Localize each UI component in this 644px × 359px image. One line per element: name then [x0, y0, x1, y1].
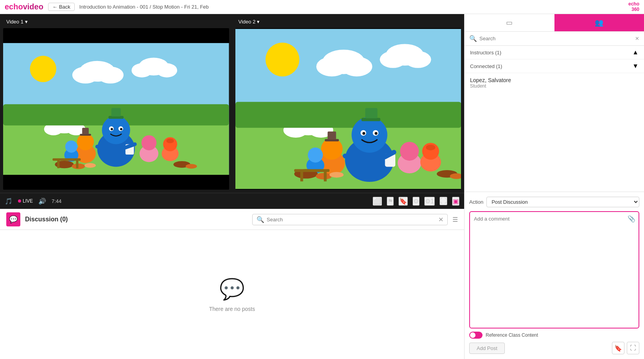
- discussion-tab-icon[interactable]: 💬: [6, 212, 20, 226]
- collapse-icon: ▲: [632, 49, 639, 56]
- post-mode-bookmark-button[interactable]: 🔖: [612, 342, 624, 354]
- sidebar-tabs: ▭ 👥: [465, 14, 644, 32]
- sidebar-tab-notes[interactable]: ▭: [465, 14, 554, 31]
- action-header: Action Post Discussion: [469, 197, 639, 207]
- svg-rect-55: [235, 102, 461, 127]
- svg-point-7: [131, 63, 152, 77]
- bookmark-mode-icon: 🔖: [614, 345, 622, 352]
- video-area: Video 1 ▾: [0, 14, 464, 359]
- svg-rect-41: [57, 160, 59, 168]
- connected-label: Connected (1): [470, 63, 502, 69]
- post-mode-expand-button[interactable]: ⛶: [627, 342, 639, 354]
- action-label: Action: [469, 199, 483, 205]
- discussion-panel: 💬 Discussion (0) 🔍 ✕ ☰ 💬 There are no po…: [0, 209, 464, 359]
- svg-point-5: [97, 66, 124, 83]
- main-layout: Video 1 ▾: [0, 14, 644, 359]
- svg-rect-42: [76, 160, 78, 168]
- svg-point-74: [308, 147, 323, 163]
- cartoon-scene-1: [3, 28, 229, 190]
- svg-point-80: [329, 172, 343, 178]
- toggle-knob: [470, 332, 475, 338]
- svg-point-4: [72, 66, 99, 83]
- video-players: Video 1 ▾: [0, 14, 464, 193]
- bookmark-button[interactable]: 🔖: [398, 197, 408, 206]
- search-icon: 🔍: [257, 216, 264, 223]
- action-dropdown[interactable]: Post Discussion: [486, 197, 639, 207]
- video-1-label: Video 1 ▾: [6, 19, 28, 25]
- filter-button[interactable]: ☰: [452, 216, 458, 223]
- fullscreen-button[interactable]: ⛶: [439, 197, 447, 205]
- people-icon: 👥: [595, 18, 603, 27]
- discussion-search-input[interactable]: [267, 217, 436, 223]
- svg-point-34: [166, 138, 174, 143]
- svg-point-29: [142, 135, 157, 151]
- video-frame-1: [3, 28, 229, 190]
- logo: echovideo: [5, 2, 43, 11]
- svg-rect-84: [300, 171, 303, 181]
- video-2-label: Video 2 ▾: [239, 19, 260, 25]
- sidebar-people-panel: ▭ 👥 🔍 ✕ Instructors (1) ▲ Connected (1) …: [465, 14, 644, 192]
- svg-point-2: [30, 56, 56, 82]
- svg-point-8: [156, 63, 177, 77]
- svg-rect-62: [361, 118, 380, 121]
- discussion-body: 💬 There are no posts: [0, 230, 464, 359]
- reference-label: Reference Class Content: [486, 332, 538, 338]
- sidebar-clear-search-button[interactable]: ✕: [635, 36, 639, 41]
- connected-section-header[interactable]: Connected (1) ▼: [465, 59, 644, 73]
- svg-point-72: [400, 142, 419, 161]
- no-posts-icon: 💬: [219, 277, 245, 301]
- svg-point-57: [352, 117, 387, 153]
- svg-point-45: [265, 43, 300, 77]
- header: echovideo ← Back Introduction to Animati…: [0, 0, 644, 14]
- discussion-search-bar: 🔍 ✕: [252, 214, 448, 225]
- sidebar-search-input[interactable]: [479, 36, 633, 41]
- captions-button[interactable]: ⬜: [373, 197, 382, 206]
- chevron-down-icon-2[interactable]: ▾: [257, 19, 260, 25]
- video-frame-2: [235, 28, 461, 190]
- breadcrumb: Introduction to Animation - 001 / Stop M…: [79, 4, 209, 10]
- svg-point-48: [341, 57, 372, 77]
- clear-search-button[interactable]: ✕: [438, 216, 443, 223]
- audio-settings-button[interactable]: 🎵: [5, 197, 13, 205]
- sidebar-search-bar: 🔍 ✕: [465, 32, 644, 46]
- svg-point-14: [102, 116, 130, 144]
- user-name: Lopez, Salvatore: [470, 77, 639, 83]
- instructors-label: Instructors (1): [470, 50, 501, 56]
- back-button[interactable]: ← Back: [48, 3, 75, 11]
- comment-textarea[interactable]: [474, 216, 635, 324]
- svg-point-60: [362, 132, 365, 135]
- expand-mode-icon: ⛶: [630, 345, 636, 352]
- svg-rect-85: [324, 171, 326, 181]
- controls-right: ⬜ ⚑ 🔖 ⚙ ⚙1 ⛶ ▣: [373, 197, 459, 206]
- notes-icon: ▭: [506, 18, 513, 27]
- user-list-item: Lopez, Salvatore Student: [465, 73, 644, 93]
- video-controls: 🎵 LIVE 🔊 7:44 ⬜ ⚑ 🔖 ⚙ ⚙1 ⛶ ▣: [0, 193, 464, 209]
- svg-point-17: [111, 128, 113, 130]
- svg-point-37: [84, 163, 96, 168]
- time-display: 7:44: [52, 198, 61, 204]
- attach-icon[interactable]: 📎: [628, 215, 635, 223]
- add-post-row: Add Post 🔖 ⛶: [469, 342, 639, 354]
- live-dot: [18, 199, 21, 203]
- svg-rect-70: [327, 131, 336, 139]
- instructors-section-header[interactable]: Instructors (1) ▲: [465, 46, 644, 59]
- user-role: Student: [470, 83, 639, 89]
- back-arrow-icon: ←: [52, 4, 57, 10]
- expand-icon: ▼: [632, 63, 639, 70]
- sync-button[interactable]: ⚙1: [424, 197, 435, 206]
- svg-point-50: [380, 51, 406, 68]
- layout-button[interactable]: ▣: [452, 197, 459, 206]
- reference-row: Reference Class Content: [469, 332, 639, 339]
- add-post-button[interactable]: Add Post: [469, 343, 505, 354]
- settings-button[interactable]: ⚙: [413, 197, 420, 206]
- reference-toggle[interactable]: [469, 332, 483, 339]
- svg-point-61: [375, 132, 377, 135]
- svg-point-18: [120, 128, 122, 130]
- chevron-down-icon[interactable]: ▾: [25, 19, 28, 25]
- svg-rect-27: [82, 128, 89, 135]
- sidebar-tab-people[interactable]: 👥: [554, 14, 644, 31]
- volume-button[interactable]: 🔊: [38, 197, 46, 205]
- svg-point-31: [65, 140, 77, 153]
- flag-button[interactable]: ⚑: [387, 197, 394, 206]
- search-icon-sidebar: 🔍: [469, 35, 477, 42]
